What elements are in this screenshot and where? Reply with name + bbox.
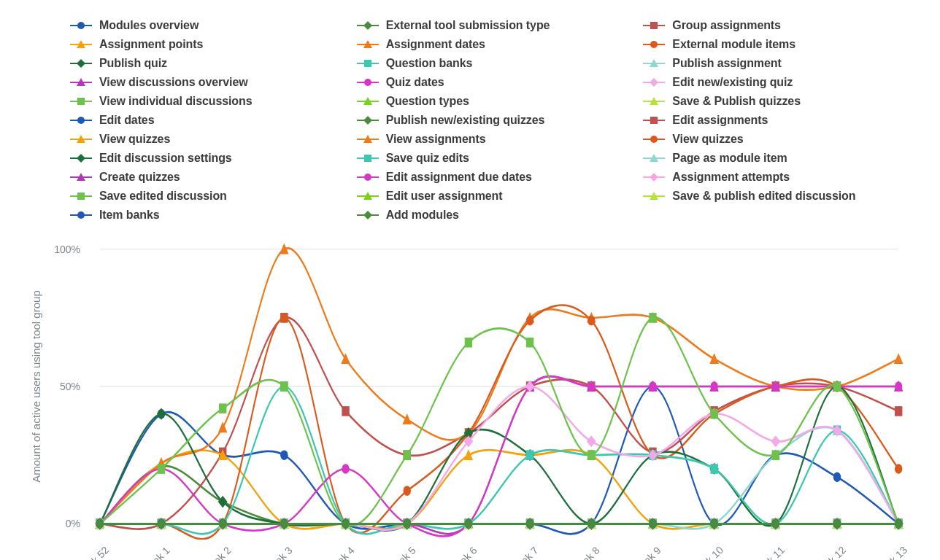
legend-label: View individual discussions: [99, 95, 253, 108]
legend-item[interactable]: Edit discussion settings: [70, 150, 341, 166]
series-point: [587, 435, 596, 447]
legend-item[interactable]: Publish assignment: [643, 55, 914, 71]
legend-item[interactable]: View quizzes: [643, 131, 914, 147]
legend-item[interactable]: View quizzes: [70, 131, 341, 147]
legend-label: Assignment attempts: [672, 171, 790, 184]
legend-item[interactable]: Edit user assignment: [357, 188, 628, 204]
svg-marker-33: [363, 116, 372, 125]
svg-point-11: [650, 41, 658, 48]
legend-label: Save & publish edited discussion: [672, 190, 855, 203]
legend: Modules overviewExternal tool submission…: [70, 18, 914, 223]
legend-marker-icon: [357, 39, 379, 50]
legend-item[interactable]: View discussions overview: [70, 74, 341, 90]
legend-item[interactable]: Assignment attempts: [643, 169, 914, 185]
legend-marker-icon: [70, 58, 92, 69]
series-point: [833, 381, 841, 392]
legend-item[interactable]: Edit dates: [70, 112, 341, 128]
legend-marker-icon: [643, 133, 665, 145]
legend-item[interactable]: Save & Publish quizzes: [643, 93, 914, 109]
legend-label: Assignment points: [99, 38, 203, 51]
x-tick-label: Week 2: [201, 545, 234, 560]
svg-marker-43: [77, 154, 85, 163]
legend-item[interactable]: Modules overview: [70, 18, 341, 34]
svg-point-1: [77, 22, 85, 29]
y-axis-label: Amount of active users using tool group: [30, 277, 44, 496]
legend-item[interactable]: Group assignments: [643, 18, 914, 34]
legend-label: External tool submission type: [386, 19, 550, 32]
legend-item[interactable]: Edit assignment due dates: [357, 169, 628, 185]
series-point: [526, 338, 533, 348]
series-point: [526, 450, 533, 460]
series-point: [895, 464, 902, 474]
series-point: [464, 449, 474, 460]
series-point: [894, 353, 904, 364]
legend-item[interactable]: Create quizzes: [70, 169, 341, 185]
legend-item[interactable]: External tool submission type: [357, 18, 628, 34]
legend-item[interactable]: Save & publish edited discussion: [643, 188, 914, 204]
series-point: [649, 381, 656, 392]
x-tick-label: Week 8: [569, 545, 602, 560]
y-tick-label: 0%: [66, 518, 80, 529]
legend-label: Group assignments: [672, 19, 781, 32]
legend-label: View discussions overview: [99, 76, 248, 89]
series-point: [158, 464, 165, 474]
legend-item[interactable]: Edit assignments: [643, 112, 914, 128]
y-tick-label: 50%: [60, 381, 80, 392]
legend-item[interactable]: Item banks: [70, 207, 341, 223]
series-point: [649, 313, 656, 323]
x-tick-label: Week 9: [631, 545, 663, 560]
svg-rect-55: [77, 192, 85, 200]
legend-item[interactable]: Edit new/existing quiz: [643, 74, 914, 90]
series-point: [465, 338, 472, 348]
legend-marker-icon: [643, 96, 665, 107]
legend-label: View quizzes: [672, 133, 743, 146]
x-tick-label: Week 3: [262, 545, 295, 560]
svg-point-31: [77, 117, 85, 124]
legend-label: View assignments: [386, 133, 486, 146]
legend-item[interactable]: Publish new/existing quizzes: [357, 112, 628, 128]
series-point: [280, 313, 288, 323]
x-tick-label: Week 6: [447, 545, 479, 560]
series-point: [588, 316, 595, 326]
legend-item[interactable]: Question banks: [357, 55, 628, 71]
legend-item[interactable]: Save edited discussion: [70, 188, 341, 204]
legend-label: Item banks: [99, 209, 160, 222]
legend-item[interactable]: Quiz dates: [357, 74, 628, 90]
legend-marker-icon: [357, 20, 379, 31]
series-point: [157, 408, 166, 420]
legend-item[interactable]: View assignments: [357, 131, 628, 147]
legend-marker-icon: [357, 190, 379, 202]
series-point: [280, 381, 288, 392]
series-point: [402, 413, 412, 424]
legend-label: Assignment dates: [386, 38, 485, 51]
legend-marker-icon: [70, 96, 92, 107]
legend-item[interactable]: Publish quiz: [70, 55, 341, 71]
y-axis-label-wrap: Amount of active users using tool group: [26, 233, 54, 540]
x-tick-label: Week 1: [139, 545, 172, 560]
legend-item[interactable]: Save quiz edits: [357, 150, 628, 166]
legend-item[interactable]: Question types: [357, 93, 628, 109]
series-point: [218, 421, 228, 432]
legend-item[interactable]: Add modules: [357, 207, 628, 223]
y-tick-label: 100%: [54, 244, 80, 255]
legend-item[interactable]: View individual discussions: [70, 93, 341, 109]
legend-label: Save edited discussion: [99, 190, 227, 203]
legend-marker-icon: [70, 39, 92, 50]
legend-label: Question types: [386, 95, 469, 108]
legend-item[interactable]: Page as module item: [643, 150, 914, 166]
legend-label: Add modules: [386, 209, 459, 222]
chart-area: Amount of active users using tool group …: [26, 233, 914, 540]
legend-item[interactable]: Assignment dates: [357, 36, 628, 52]
legend-item[interactable]: Assignment points: [70, 36, 341, 52]
legend-marker-icon: [643, 152, 665, 164]
series-point: [833, 472, 841, 483]
legend-label: Create quizzes: [99, 171, 180, 184]
series-line: [100, 305, 898, 539]
series-point: [219, 403, 226, 413]
legend-label: Publish new/existing quizzes: [386, 114, 545, 127]
legend-marker-icon: [70, 20, 92, 31]
x-tick-label: Week 10: [689, 544, 725, 560]
legend-label: View quizzes: [99, 133, 170, 146]
series-line: [100, 466, 898, 526]
legend-item[interactable]: External module items: [643, 36, 914, 52]
